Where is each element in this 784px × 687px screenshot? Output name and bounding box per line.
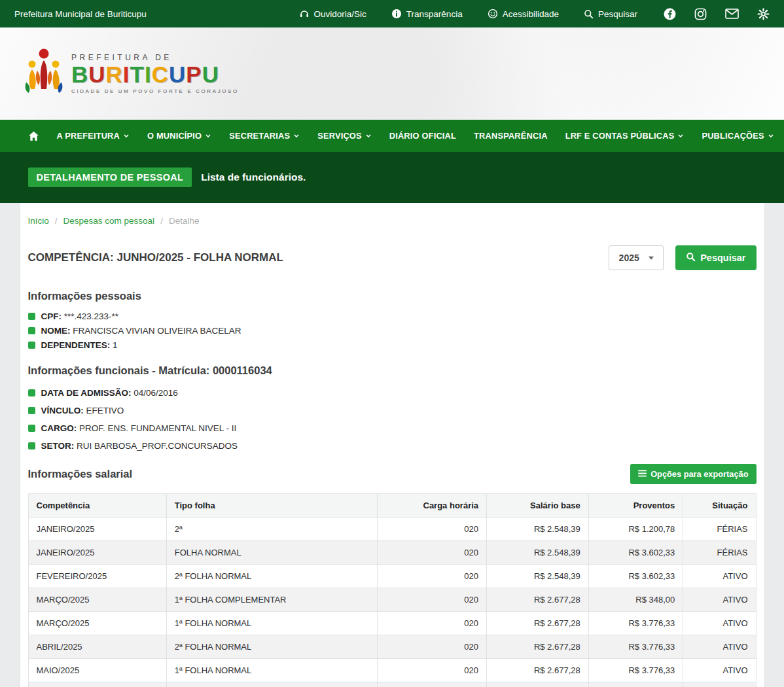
logo-letter: R <box>106 62 123 87</box>
site-name: Prefeitura Municipal de Buriticupu <box>14 9 147 19</box>
info-label: NOME: <box>41 326 71 336</box>
nav-item-transpar-ncia[interactable]: TRANSPARÊNCIA <box>474 131 548 141</box>
facebook-icon[interactable] <box>664 8 676 20</box>
bullet-square-icon <box>28 342 35 349</box>
column-header: Proventos <box>588 494 683 518</box>
heading-row: COMPETÊNCIA: JUNHO/2025 - FOLHA NORMAL 2… <box>28 245 757 270</box>
table-cell: ATIVO <box>683 612 756 635</box>
table-cell: R$ 2.677,28 <box>487 588 589 612</box>
list-item: NOME: FRANCISCA VIVIAN OLIVEIRA BACELAR <box>28 326 757 336</box>
nav-item-label: SERVIÇOS <box>317 131 362 141</box>
bullet-square-icon <box>28 425 35 432</box>
list-item: DEPENDENTES: 1 <box>28 340 757 350</box>
info-label: VÍNCULO: <box>41 406 84 415</box>
table-cell: R$ 3.776,33 <box>588 612 683 635</box>
sun-icon[interactable] <box>757 8 770 20</box>
nav-item-label: O MUNICÍPIO <box>147 131 202 141</box>
table-row: JANEIRO/2025FOLHA NORMAL020R$ 2.548,39R$… <box>28 541 756 565</box>
page-title: COMPETÊNCIA: JUNHO/2025 - FOLHA NORMAL <box>28 251 283 264</box>
table-cell: 020 <box>378 659 487 682</box>
functional-info-list: DATA DE ADMISSÃO: 04/06/2016VÍNCULO: EFE… <box>28 388 757 451</box>
topbar-search-label: Pesquisar <box>598 9 637 19</box>
table-header-row: CompetênciaTipo folhaCarga horáriaSalári… <box>28 494 756 518</box>
chevron-down-icon <box>293 133 300 139</box>
table-cell: 2ª FOLHA NORMAL <box>166 565 377 588</box>
table-cell: ATIVO <box>683 659 756 682</box>
breadcrumb: Início / Despesas com pessoal / Detalhe <box>28 211 757 227</box>
bullet-square-icon <box>28 442 35 449</box>
table-cell: R$ 3.776,33 <box>588 635 683 659</box>
table-cell: R$ 3.602,33 <box>588 541 683 565</box>
ouvidoria-link[interactable]: Ouvidoria/Sic <box>299 9 366 19</box>
list-icon <box>638 469 647 479</box>
table-cell: 1ª FOLHA NORMAL <box>166 659 377 682</box>
bullet-square-icon <box>28 407 35 414</box>
nav-item-di-rio-oficial[interactable]: DIÁRIO OFICIAL <box>389 131 456 141</box>
logo-tagline: CIDADE DE UM POVO FORTE E CORAJOSO <box>71 88 239 94</box>
home-icon[interactable] <box>28 131 39 141</box>
table-cell: ABRIL/2025 <box>28 635 166 659</box>
table-cell: JANEIRO/2025 <box>28 518 166 541</box>
filter-controls: 2025 Pesquisar <box>609 245 756 270</box>
ouvidoria-label: Ouvidoria/Sic <box>314 9 366 19</box>
nav-item-label: A PREFEITURA <box>57 131 120 141</box>
nav-item-label: SECRETARIAS <box>229 131 290 141</box>
breadcrumb-separator: / <box>55 216 58 226</box>
search-icon <box>584 9 594 19</box>
transparencia-link[interactable]: Transparência <box>391 9 463 19</box>
topbar-search-link[interactable]: Pesquisar <box>584 9 637 19</box>
info-value: EFETIVO <box>86 406 124 415</box>
nav-item-publica-es[interactable]: PUBLICAÇÕES <box>702 131 774 141</box>
logo-letter: T <box>130 62 145 87</box>
nav-item-a-prefeitura[interactable]: A PREFEITURA <box>57 131 130 141</box>
table-cell: FÉRIAS <box>683 518 756 541</box>
search-button[interactable]: Pesquisar <box>675 245 756 270</box>
chevron-down-icon <box>123 133 130 139</box>
year-select[interactable]: 2025 <box>609 245 664 270</box>
logo-letter: B <box>71 62 88 87</box>
table-cell: R$ 2.677,28 <box>487 659 589 682</box>
table-row: JUNHO/2025FOLHA NORMAL020R$ 2.677,28R$ 4… <box>28 682 756 687</box>
nav-item-label: DIÁRIO OFICIAL <box>389 131 456 141</box>
logo-letter: P <box>186 62 202 87</box>
instagram-icon[interactable] <box>694 8 707 20</box>
list-item: VÍNCULO: EFETIVO <box>28 406 757 415</box>
list-item: CARGO: PROF. ENS. FUNDAMENTAL NIVEL - II <box>28 423 757 433</box>
table-cell: FOLHA NORMAL <box>166 541 377 565</box>
breadcrumb-separator: / <box>160 216 163 226</box>
column-header: Situação <box>683 494 756 518</box>
export-options-button[interactable]: Opções para exportação <box>630 464 756 484</box>
logo-wordmark: BURITICUPU <box>71 63 239 86</box>
page-badge: DETALHAMENTO DE PESSOAL <box>28 167 192 187</box>
info-value: FRANCISCA VIVIAN OLIVEIRA BACELAR <box>73 326 241 336</box>
table-cell: R$ 3.776,33 <box>588 659 683 682</box>
logo-line1: PREFEITURA DE <box>71 53 239 62</box>
table-cell: 020 <box>378 565 487 588</box>
list-item: DATA DE ADMISSÃO: 04/06/2016 <box>28 388 757 398</box>
main-content: Início / Despesas com pessoal / Detalhe … <box>0 203 784 687</box>
table-cell: R$ 1.200,78 <box>588 518 683 541</box>
breadcrumb-inicio[interactable]: Início <box>28 216 49 226</box>
logo-letter: U <box>88 62 105 87</box>
nav-item-lrf-e-contas-p-blicas[interactable]: LRF E CONTAS PÚBLICAS <box>565 131 685 141</box>
column-header: Carga horária <box>378 494 487 518</box>
nav-item-label: PUBLICAÇÕES <box>702 131 764 141</box>
table-row: MARÇO/20251ª FOLHA COMPLEMENTAR020R$ 2.6… <box>28 588 756 612</box>
transparencia-label: Transparência <box>406 9 463 19</box>
logo-letter: C <box>152 62 169 87</box>
info-value: PROF. ENS. FUNDAMENTAL NIVEL - II <box>79 423 236 433</box>
topbar-links: Ouvidoria/Sic Transparência Acessibilida… <box>299 9 637 19</box>
personal-info-heading: Informações pessoais <box>28 290 757 302</box>
bullet-square-icon <box>28 327 35 334</box>
email-icon[interactable] <box>725 9 739 19</box>
info-value: ***.423.233-** <box>64 311 118 321</box>
table-cell: 020 <box>378 588 487 612</box>
nav-item-o-munic-pio[interactable]: O MUNICÍPIO <box>147 131 211 141</box>
logo-letter: I <box>123 62 130 87</box>
nav-item-secretarias[interactable]: SECRETARIAS <box>229 131 300 141</box>
breadcrumb-despesas[interactable]: Despesas com pessoal <box>63 216 155 226</box>
acessibilidade-link[interactable]: Acessibilidade <box>488 9 559 19</box>
logo[interactable]: PREFEITURA DE BURITICUPU CIDADE DE UM PO… <box>23 46 239 102</box>
nav-item-servi-os[interactable]: SERVIÇOS <box>317 131 372 141</box>
table-cell: 020 <box>378 682 487 687</box>
